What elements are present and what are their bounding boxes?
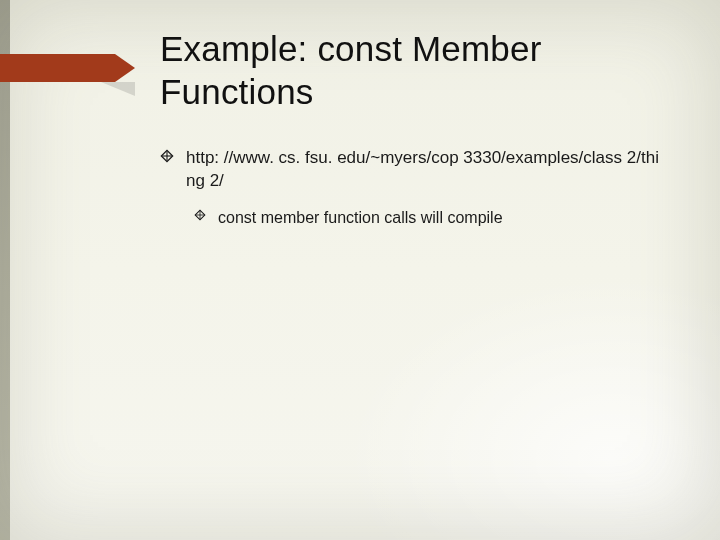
slide-title: Example: const Member Functions	[160, 28, 660, 113]
slide-content: Example: const Member Functions http: //…	[0, 0, 720, 540]
list-item: const member function calls will compile	[218, 207, 660, 229]
list-item: http: //www. cs. fsu. edu/~myers/cop 333…	[186, 147, 660, 228]
diamond-open-icon	[160, 149, 174, 163]
list-item-text: const member function calls will compile	[218, 209, 503, 226]
slide-body-list: http: //www. cs. fsu. edu/~myers/cop 333…	[160, 147, 660, 228]
diamond-open-icon	[194, 209, 206, 221]
list-item-text: http: //www. cs. fsu. edu/~myers/cop 333…	[186, 148, 659, 190]
sub-list: const member function calls will compile	[186, 207, 660, 229]
